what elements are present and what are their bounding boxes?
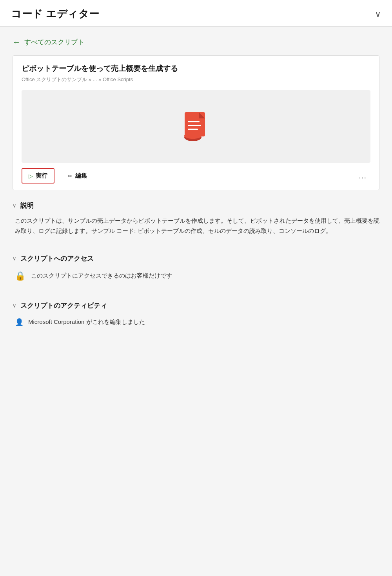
run-button-label: 実行 [36, 172, 47, 180]
activity-row: 👤 Microsoft Corporation がこれを編集しました [15, 316, 379, 329]
script-card: ピボットテーブルを使って売上概要を生成する Office スクリプトのサンプル … [13, 55, 379, 190]
edit-button[interactable]: ✏ 編集 [62, 169, 93, 183]
section-divider-1 [13, 246, 379, 246]
page-container: コード エディター ∨ ← すべてのスクリプト ピボットテーブルを使って売上概要… [0, 0, 392, 576]
activity-section-body: 👤 Microsoft Corporation がこれを編集しました [13, 316, 379, 329]
pencil-icon: ✏ [68, 173, 73, 179]
back-label: すべてのスクリプト [24, 38, 84, 47]
access-section-title: スクリプトへのアクセス [20, 254, 94, 263]
person-edit-icon: 👤 [15, 318, 24, 327]
access-text: このスクリプトにアクセスできるのはお客様だけです [31, 272, 172, 280]
header: コード エディター ∨ [0, 0, 392, 27]
svg-rect-3 [188, 125, 201, 126]
activity-section: ∨ スクリプトのアクティビティ 👤 Microsoft Corporation … [13, 301, 379, 329]
script-thumbnail [22, 90, 370, 163]
description-text: このスクリプトは、サンプルの売上データからピボットテーブルを作成します。そして、… [15, 216, 379, 236]
description-section-header[interactable]: ∨ 説明 [13, 201, 379, 210]
back-nav[interactable]: ← すべてのスクリプト [13, 38, 379, 47]
description-section-title: 説明 [20, 201, 34, 210]
chevron-down-icon[interactable]: ∨ [375, 9, 381, 19]
access-section-header[interactable]: ∨ スクリプトへのアクセス [13, 254, 379, 263]
script-breadcrumb: Office スクリプトのサンプル » ... » Office Scripts [22, 76, 370, 83]
script-actions-bar: ▷ 実行 ✏ 編集 ... [22, 163, 370, 190]
edit-button-label: 編集 [75, 172, 87, 180]
script-title: ピボットテーブルを使って売上概要を生成する [22, 64, 370, 74]
svg-rect-2 [188, 121, 200, 122]
access-chevron-icon: ∨ [13, 256, 16, 262]
svg-point-6 [184, 133, 201, 139]
access-section: ∨ スクリプトへのアクセス 🔒 このスクリプトにアクセスできるのはお客様だけです [13, 254, 379, 283]
play-icon: ▷ [29, 173, 33, 179]
activity-section-title: スクリプトのアクティビティ [20, 301, 107, 310]
script-icon [178, 109, 214, 144]
more-options-button[interactable]: ... [355, 170, 370, 182]
activity-text: Microsoft Corporation がこれを編集しました [28, 318, 145, 326]
activity-chevron-icon: ∨ [13, 303, 16, 309]
access-row: 🔒 このスクリプトにアクセスできるのはお客様だけです [15, 269, 379, 283]
activity-section-header[interactable]: ∨ スクリプトのアクティビティ [13, 301, 379, 310]
description-chevron-icon: ∨ [13, 203, 16, 209]
lock-icon: 🔒 [15, 271, 25, 281]
back-arrow-icon: ← [13, 38, 20, 47]
content-area: ← すべてのスクリプト ピボットテーブルを使って売上概要を生成する Office… [0, 27, 392, 349]
section-divider-2 [13, 293, 379, 293]
svg-rect-4 [188, 129, 198, 130]
access-section-body: 🔒 このスクリプトにアクセスできるのはお客様だけです [13, 269, 379, 283]
description-section: ∨ 説明 このスクリプトは、サンプルの売上データからピボットテーブルを作成します… [13, 201, 379, 236]
run-button[interactable]: ▷ 実行 [22, 168, 54, 184]
description-section-body: このスクリプトは、サンプルの売上データからピボットテーブルを作成します。そして、… [13, 216, 379, 236]
header-title: コード エディター [11, 7, 100, 21]
